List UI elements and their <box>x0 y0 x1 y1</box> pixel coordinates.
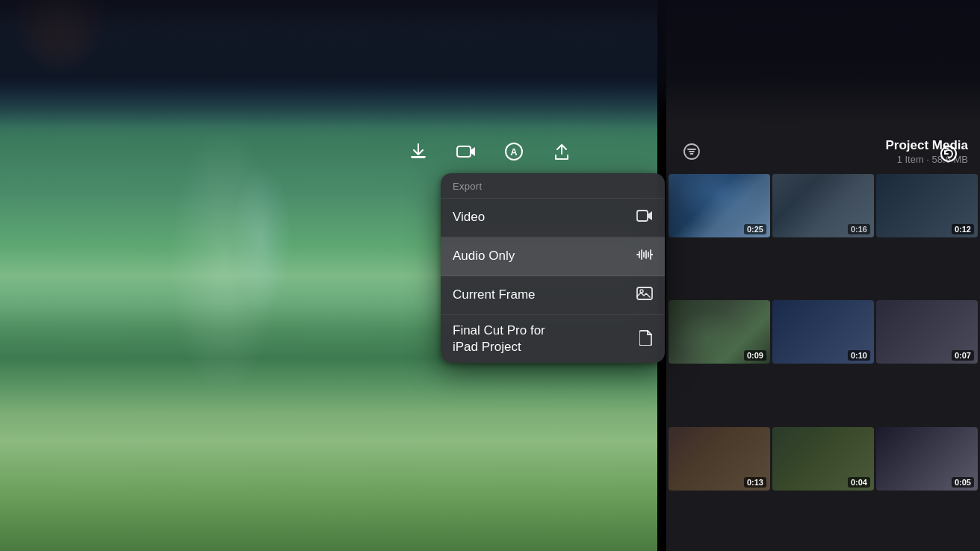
thumbnail-item[interactable]: 0:04 <box>772 427 874 491</box>
filter-button[interactable] <box>678 138 705 165</box>
waveform-icon <box>636 248 653 265</box>
svg-text:A: A <box>510 146 518 158</box>
thumbnail-item[interactable]: 0:12 <box>876 174 978 237</box>
toolbar: A <box>405 138 575 165</box>
panel-title: Project Media <box>714 138 968 153</box>
thumbnail-item[interactable]: 0:25 <box>669 174 770 237</box>
camera-icon[interactable] <box>453 138 480 165</box>
photo-icon <box>636 287 653 304</box>
svg-rect-0 <box>412 156 425 158</box>
thumb-duration: 0:25 <box>744 224 766 234</box>
thumb-duration: 0:04 <box>848 477 870 488</box>
thumb-duration: 0:12 <box>952 224 974 234</box>
import-icon[interactable] <box>405 138 432 165</box>
thumbnail-item[interactable]: 0:09 <box>669 300 770 364</box>
video-camera-icon <box>636 209 653 226</box>
export-menu: Export Video Audio Only Current Frame <box>441 173 665 363</box>
thumb-duration: 0:16 <box>848 224 870 234</box>
svg-rect-1 <box>457 146 471 157</box>
export-fcp-item[interactable]: Final Cut Pro foriPad Project <box>441 315 665 363</box>
document-icon <box>639 329 653 349</box>
export-menu-header: Export <box>441 173 665 199</box>
export-frame-label: Current Frame <box>453 287 536 303</box>
export-video-item[interactable]: Video <box>441 199 665 237</box>
toolbar-bg <box>0 0 980 127</box>
thumbnail-item[interactable]: 0:13 <box>669 427 770 491</box>
thumbnail-item[interactable]: 0:16 <box>772 174 874 237</box>
panel-title-group: Project Media 1 Item · 58.6 MB <box>714 138 968 165</box>
panel-subtitle: 1 Item · 58.6 MB <box>714 154 968 165</box>
svg-rect-5 <box>637 211 648 221</box>
export-audio-label: Audio Only <box>453 248 515 264</box>
export-audio-item[interactable]: Audio Only <box>441 237 665 276</box>
thumbnail-item[interactable]: 0:05 <box>876 427 978 491</box>
thumbnail-item[interactable]: 0:07 <box>876 300 978 364</box>
thumbnail-grid: 0:25 0:16 0:12 0:09 0:10 0:07 0:13 0:04 … <box>666 174 980 551</box>
magic-icon[interactable]: A <box>500 138 527 165</box>
export-fcp-label: Final Cut Pro foriPad Project <box>453 323 545 355</box>
thumb-duration: 0:05 <box>952 477 974 488</box>
thumbnail-item[interactable]: 0:10 <box>772 300 874 364</box>
restore-button[interactable] <box>935 140 962 167</box>
share-icon[interactable] <box>548 138 575 165</box>
thumb-duration: 0:09 <box>744 350 766 361</box>
thumb-duration: 0:07 <box>952 350 974 361</box>
thumb-duration: 0:10 <box>848 350 870 361</box>
export-video-label: Video <box>453 209 485 225</box>
export-frame-item[interactable]: Current Frame <box>441 276 665 315</box>
thumb-duration: 0:13 <box>744 477 766 488</box>
